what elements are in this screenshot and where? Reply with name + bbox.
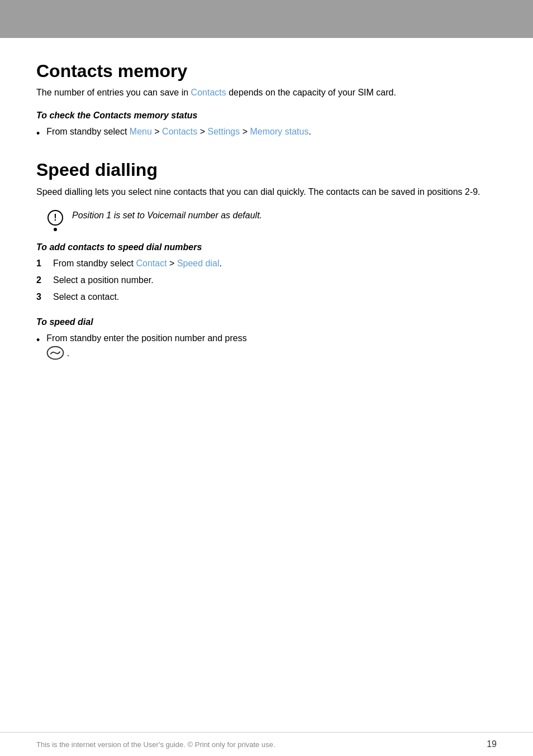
- step-3-text: Select a contact.: [53, 290, 119, 304]
- step-3: 3 Select a contact.: [36, 290, 497, 304]
- contacts-memory-title: Contacts memory: [36, 60, 497, 82]
- speed-dial-heading: To speed dial: [36, 317, 497, 327]
- step-2-label: 2: [36, 274, 46, 287]
- step-1-text: From standby select Contact > Speed dial…: [53, 257, 222, 270]
- notice-icon: !: [47, 209, 63, 231]
- footer-text: This is the internet version of the User…: [36, 740, 275, 749]
- body-text-1: The number of entries you can save in: [36, 88, 191, 97]
- body-text-2: depends on the capacity of your SIM card…: [226, 88, 396, 97]
- speed-dialling-title: Speed dialling: [36, 159, 497, 180]
- check-status-bullet: • From standby select Menu > Contacts > …: [36, 125, 497, 141]
- notice-box: ! Position 1 is set to Voicemail number …: [47, 209, 497, 231]
- check-status-heading: To check the Contacts memory status: [36, 111, 497, 121]
- step-1: 1 From standby select Contact > Speed di…: [36, 257, 497, 270]
- speed-dialling-section: Speed dialling Speed dialling lets you s…: [36, 159, 497, 362]
- content-area: Contacts memory The number of entries yo…: [0, 38, 533, 414]
- call-icon: [46, 344, 64, 362]
- exclamation-icon: !: [47, 210, 63, 226]
- speed-dial-bullet: • From standby enter the position number…: [36, 332, 497, 363]
- step-2: 2 Select a position number.: [36, 274, 497, 287]
- step-1-label: 1: [36, 257, 46, 270]
- bullet-dot-icon: •: [36, 126, 40, 141]
- contacts-link: Contacts: [191, 88, 226, 97]
- step-3-label: 3: [36, 290, 46, 304]
- speed-dial-text: From standby enter the position number a…: [46, 332, 246, 363]
- speed-dialling-body: Speed dialling lets you select nine cont…: [36, 185, 497, 199]
- speed-dial-bullet-dot: •: [36, 333, 40, 348]
- notice-text: Position 1 is set to Voicemail number as…: [72, 209, 262, 222]
- footer: This is the internet version of the User…: [0, 732, 533, 756]
- check-status-text: From standby select Menu > Contacts > Se…: [46, 125, 311, 138]
- page-number: 19: [487, 739, 497, 749]
- contacts-memory-section: Contacts memory The number of entries yo…: [36, 60, 497, 141]
- contacts-memory-body: The number of entries you can save in Co…: [36, 86, 497, 99]
- dot-below-icon: [54, 228, 57, 231]
- step-2-text: Select a position number.: [53, 274, 154, 287]
- header-bar: [0, 0, 533, 38]
- add-contacts-heading: To add contacts to speed dial numbers: [36, 242, 497, 252]
